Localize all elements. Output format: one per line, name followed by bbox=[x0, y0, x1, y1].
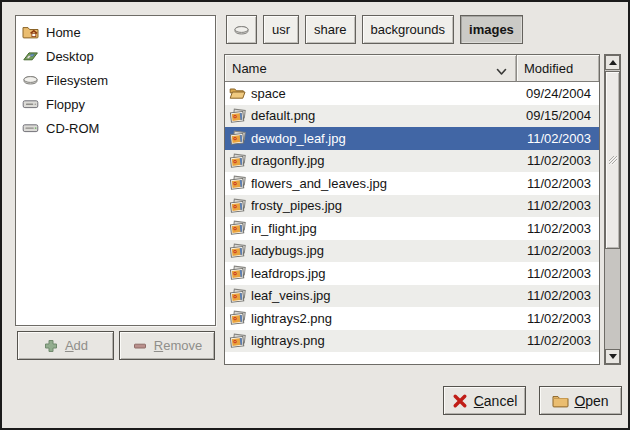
floppy-icon bbox=[22, 96, 39, 112]
sidebar-item-home[interactable]: Home bbox=[16, 20, 215, 44]
file-name: leafdrops.jpg bbox=[251, 266, 517, 281]
sidebar-item-floppy[interactable]: Floppy bbox=[16, 92, 215, 116]
file-name: lightrays.png bbox=[251, 333, 517, 348]
image-file-icon bbox=[229, 265, 246, 281]
file-name: lightrays2.png bbox=[251, 311, 517, 326]
file-row-dewdop_leaf.jpg[interactable]: dewdop_leaf.jpg11/02/2003 bbox=[225, 127, 599, 150]
add-icon bbox=[43, 338, 59, 354]
file-list-rows: space09/24/2004default.png09/15/2004dewd… bbox=[225, 82, 599, 364]
sidebar-item-label: Home bbox=[46, 25, 81, 40]
file-modified-date: 11/02/2003 bbox=[517, 221, 599, 236]
path-bar: usrsharebackgroundsimages bbox=[226, 15, 523, 44]
file-row-lightrays2.png[interactable]: lightrays2.png11/02/2003 bbox=[225, 307, 599, 330]
file-row-lightrays.png[interactable]: lightrays.png11/02/2003 bbox=[225, 330, 599, 353]
image-file-icon bbox=[229, 130, 246, 146]
sidebar-item-cd-rom[interactable]: CD-ROM bbox=[16, 116, 215, 140]
file-chooser-dialog: HomeDesktopFilesystemFloppyCD-ROM Add Re… bbox=[0, 0, 630, 430]
image-file-icon bbox=[229, 288, 246, 304]
add-button[interactable]: Add bbox=[17, 331, 114, 360]
file-row-leaf_veins.jpg[interactable]: leaf_veins.jpg11/02/2003 bbox=[225, 285, 599, 308]
scroll-up-button[interactable] bbox=[605, 55, 620, 70]
open-button[interactable]: Open bbox=[539, 386, 622, 415]
file-list-header: Name Modified bbox=[225, 55, 599, 82]
path-button-label: share bbox=[314, 22, 347, 37]
file-row-dragonfly.jpg[interactable]: dragonfly.jpg11/02/2003 bbox=[225, 150, 599, 173]
cancel-button-label: Cancel bbox=[474, 393, 518, 409]
grip-icon bbox=[607, 154, 619, 166]
image-file-icon bbox=[229, 220, 246, 236]
column-header-modified-label: Modified bbox=[524, 61, 573, 76]
file-modified-date: 11/02/2003 bbox=[517, 131, 599, 146]
file-row-in_flight.jpg[interactable]: in_flight.jpg11/02/2003 bbox=[225, 217, 599, 240]
file-modified-date: 11/02/2003 bbox=[517, 311, 599, 326]
sidebar-item-label: Floppy bbox=[46, 97, 85, 112]
sidebar-item-label: Desktop bbox=[46, 49, 94, 64]
cdrom-icon bbox=[22, 120, 39, 136]
places-sidebar: HomeDesktopFilesystemFloppyCD-ROM bbox=[15, 15, 216, 326]
file-modified-date: 09/15/2004 bbox=[517, 108, 599, 123]
column-header-name[interactable]: Name bbox=[225, 55, 517, 82]
file-name: dewdop_leaf.jpg bbox=[251, 131, 517, 146]
image-file-icon bbox=[229, 153, 246, 169]
file-modified-date: 11/02/2003 bbox=[517, 288, 599, 303]
file-name: frosty_pipes.jpg bbox=[251, 198, 517, 213]
desktop-icon bbox=[22, 48, 39, 64]
path-button-share[interactable]: share bbox=[305, 15, 356, 44]
remove-button[interactable]: Remove bbox=[119, 331, 215, 360]
path-button-label: backgrounds bbox=[371, 22, 445, 37]
column-header-modified[interactable]: Modified bbox=[517, 55, 599, 82]
image-file-icon bbox=[229, 175, 246, 191]
file-modified-date: 09/24/2004 bbox=[517, 86, 599, 101]
file-row-ladybugs.jpg[interactable]: ladybugs.jpg11/02/2003 bbox=[225, 240, 599, 263]
path-button-images[interactable]: images bbox=[460, 15, 523, 44]
file-modified-date: 11/02/2003 bbox=[517, 333, 599, 348]
scroll-down-button[interactable] bbox=[605, 349, 620, 364]
file-modified-date: 11/02/2003 bbox=[517, 176, 599, 191]
remove-icon bbox=[132, 338, 148, 354]
open-button-label: Open bbox=[574, 393, 608, 409]
file-row-space[interactable]: space09/24/2004 bbox=[225, 82, 599, 105]
path-button-label: images bbox=[469, 22, 514, 37]
sort-chevron-down-icon bbox=[496, 64, 507, 79]
file-row-flowers_and_leaves.jpg[interactable]: flowers_and_leaves.jpg11/02/2003 bbox=[225, 172, 599, 195]
scrollbar-thumb[interactable] bbox=[605, 71, 620, 249]
drive-icon bbox=[22, 72, 39, 88]
sidebar-item-desktop[interactable]: Desktop bbox=[16, 44, 215, 68]
vertical-scrollbar[interactable] bbox=[604, 54, 621, 365]
arrow-up-icon bbox=[609, 60, 617, 65]
file-modified-date: 11/02/2003 bbox=[517, 266, 599, 281]
column-header-name-label: Name bbox=[232, 61, 267, 76]
drive-icon bbox=[233, 22, 250, 38]
file-row-default.png[interactable]: default.png09/15/2004 bbox=[225, 105, 599, 128]
file-name: in_flight.jpg bbox=[251, 221, 517, 236]
file-modified-date: 11/02/2003 bbox=[517, 243, 599, 258]
file-name: default.png bbox=[251, 108, 517, 123]
sidebar-item-label: CD-ROM bbox=[46, 121, 99, 136]
cancel-button[interactable]: Cancel bbox=[443, 386, 526, 415]
file-row-frosty_pipes.jpg[interactable]: frosty_pipes.jpg11/02/2003 bbox=[225, 195, 599, 218]
image-file-icon bbox=[229, 310, 246, 326]
image-file-icon bbox=[229, 108, 246, 124]
file-modified-date: 11/02/2003 bbox=[517, 198, 599, 213]
file-name: flowers_and_leaves.jpg bbox=[251, 176, 517, 191]
home-icon bbox=[22, 24, 39, 40]
path-button-usr[interactable]: usr bbox=[263, 15, 299, 44]
remove-button-label: Remove bbox=[154, 338, 202, 353]
sidebar-item-filesystem[interactable]: Filesystem bbox=[16, 68, 215, 92]
file-list: Name Modified space09/24/2004default.png… bbox=[224, 54, 600, 365]
file-row-leafdrops.jpg[interactable]: leafdrops.jpg11/02/2003 bbox=[225, 262, 599, 285]
file-name: dragonfly.jpg bbox=[251, 153, 517, 168]
path-button-backgrounds[interactable]: backgrounds bbox=[362, 15, 454, 44]
folder-icon bbox=[552, 393, 568, 409]
image-file-icon bbox=[229, 198, 246, 214]
add-button-label: Add bbox=[65, 338, 88, 353]
cancel-x-icon bbox=[452, 393, 468, 409]
image-file-icon bbox=[229, 333, 246, 349]
image-file-icon bbox=[229, 243, 246, 259]
file-name: space bbox=[251, 86, 517, 101]
file-modified-date: 11/02/2003 bbox=[517, 153, 599, 168]
arrow-down-icon bbox=[609, 354, 617, 359]
file-name: leaf_veins.jpg bbox=[251, 288, 517, 303]
path-button-label: usr bbox=[272, 22, 290, 37]
path-root-button[interactable] bbox=[226, 15, 257, 44]
